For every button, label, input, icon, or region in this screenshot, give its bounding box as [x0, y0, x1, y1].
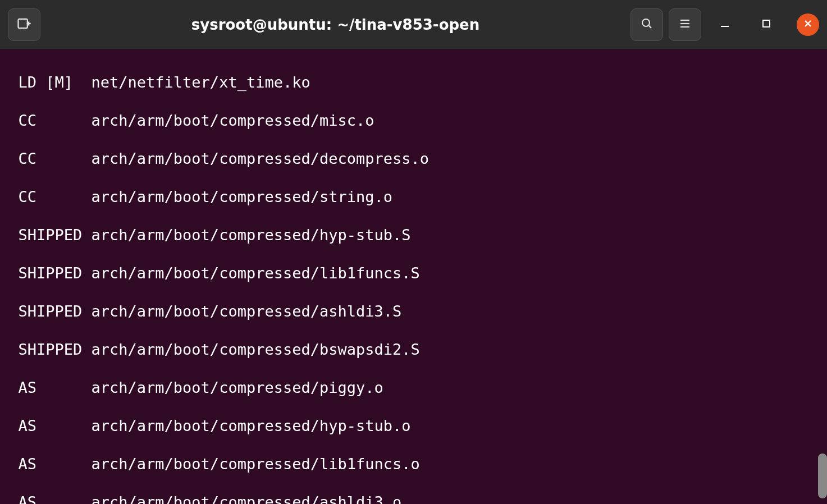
terminal-line: AS arch/arm/boot/compressed/hyp-stub.o [0, 416, 827, 436]
terminal-line: SHIPPED arch/arm/boot/compressed/ashldi3… [0, 302, 827, 321]
close-button[interactable] [797, 13, 819, 36]
terminal-line: AS arch/arm/boot/compressed/ashldi3.o [0, 493, 827, 504]
search-button[interactable] [630, 8, 663, 41]
new-tab-button[interactable] [8, 8, 40, 41]
maximize-icon [762, 19, 771, 30]
terminal-line: SHIPPED arch/arm/boot/compressed/bswapsd… [0, 340, 827, 359]
window-title: sysroot@ubuntu: ~/tina-v853-open [46, 16, 625, 33]
svg-line-4 [648, 25, 651, 28]
hamburger-icon [678, 17, 692, 33]
titlebar: sysroot@ubuntu: ~/tina-v853-open [0, 0, 827, 49]
terminal-line: SHIPPED arch/arm/boot/compressed/hyp-stu… [0, 226, 827, 245]
scrollbar-thumb[interactable] [818, 453, 827, 498]
svg-point-3 [642, 19, 650, 26]
terminal-line: AS arch/arm/boot/compressed/lib1funcs.o [0, 455, 827, 474]
terminal-line: LD [M] net/netfilter/xt_time.ko [0, 73, 827, 92]
terminal-body[interactable]: LD [M] net/netfilter/xt_time.ko CC arch/… [0, 49, 827, 504]
svg-rect-0 [19, 19, 28, 28]
minimize-button[interactable] [714, 13, 736, 36]
terminal-line: CC arch/arm/boot/compressed/decompress.o [0, 149, 827, 168]
new-tab-icon [16, 16, 32, 34]
svg-rect-9 [763, 20, 770, 27]
scrollbar[interactable] [817, 49, 827, 504]
menu-button[interactable] [669, 8, 701, 41]
search-icon [640, 17, 654, 33]
minimize-icon [720, 19, 730, 31]
terminal-line: CC arch/arm/boot/compressed/string.o [0, 187, 827, 207]
terminal-line: AS arch/arm/boot/compressed/piggy.o [0, 378, 827, 397]
maximize-button[interactable] [755, 13, 778, 36]
terminal-line: SHIPPED arch/arm/boot/compressed/lib1fun… [0, 264, 827, 283]
terminal-line: CC arch/arm/boot/compressed/misc.o [0, 111, 827, 130]
titlebar-right [630, 8, 819, 41]
close-icon [803, 19, 812, 30]
